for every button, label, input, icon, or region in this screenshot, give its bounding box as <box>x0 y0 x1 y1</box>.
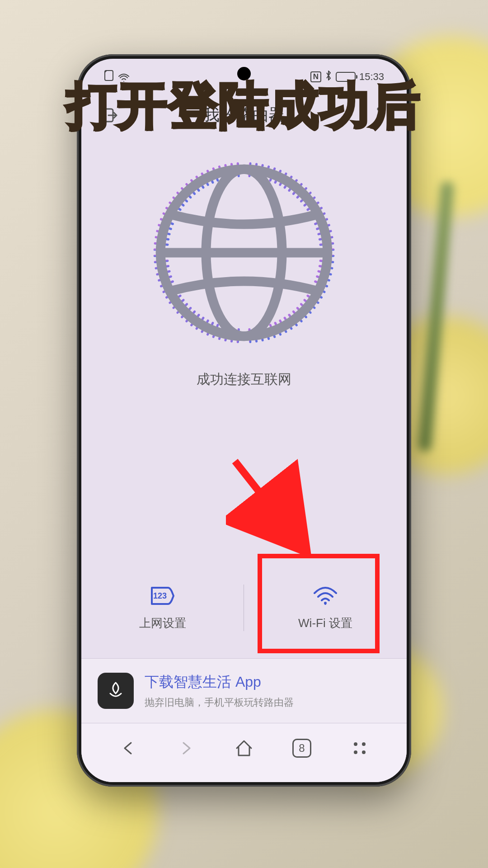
main-content: 成功连接互联网 123 上网设置 Wi-Fi 设置 <box>81 140 407 658</box>
connection-status-text: 成功连接互联网 <box>197 370 291 389</box>
internet-settings-label: 上网设置 <box>139 615 186 631</box>
internet-settings-button[interactable]: 123 上网设置 <box>81 571 244 645</box>
video-caption: 打开登陆成功后 <box>67 72 421 140</box>
internet-settings-icon: 123 <box>150 585 175 607</box>
app-download-banner[interactable]: 下载智慧生活 App 抛弃旧电脑，手机平板玩转路由器 <box>81 658 407 723</box>
promo-text: 下载智慧生活 App 抛弃旧电脑，手机平板玩转路由器 <box>145 672 294 709</box>
tabs-button[interactable]: 8 <box>291 737 313 760</box>
tab-count: 8 <box>292 739 311 758</box>
promo-subtitle: 抛弃旧电脑，手机平板玩转路由器 <box>145 696 294 709</box>
app-icon <box>98 673 134 709</box>
svg-line-100 <box>235 461 303 547</box>
phone-frame: N 15:33 我的路由器 <box>77 54 411 787</box>
back-button[interactable] <box>117 737 140 760</box>
menu-button[interactable] <box>348 737 371 760</box>
home-button[interactable] <box>233 737 255 760</box>
promo-title: 下载智慧生活 App <box>145 672 294 692</box>
forward-button[interactable] <box>175 737 197 760</box>
annotation-arrow <box>226 452 325 565</box>
svg-text:123: 123 <box>153 591 167 600</box>
phone-screen: N 15:33 我的路由器 <box>81 59 407 782</box>
browser-navigation: 8 <box>81 723 407 782</box>
connection-ring <box>149 158 339 348</box>
annotation-highlight-box <box>258 554 380 653</box>
